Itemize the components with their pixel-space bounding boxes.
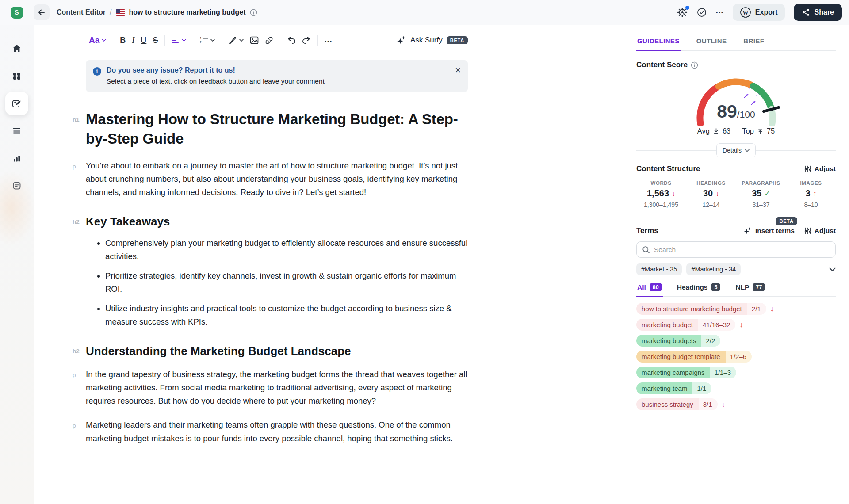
trend-down-icon: ↓	[715, 190, 719, 198]
trend-down-icon: ↓	[672, 190, 675, 198]
chevron-down-icon	[745, 149, 750, 152]
block-tag-p: p	[73, 370, 76, 380]
term-chip[interactable]: marketing budget41/16–32	[636, 319, 735, 331]
app-logo[interactable]: S	[11, 7, 23, 19]
strikethrough-button[interactable]: S	[149, 33, 161, 48]
content-score-info-icon[interactable]	[691, 61, 698, 69]
export-button[interactable]: W Export	[733, 4, 785, 21]
bullet-item[interactable]: Prioritize strategies, identify key chan…	[105, 269, 468, 296]
undo-button[interactable]	[284, 34, 299, 47]
check-circle-icon	[696, 7, 707, 18]
lines-icon	[11, 126, 22, 136]
align-dropdown[interactable]	[168, 34, 189, 46]
hash-chips-row: #Market - 35 #Marketing - 34	[636, 263, 836, 275]
italic-button[interactable]: I	[129, 33, 138, 48]
term-row: business strategy3/1 ↓	[636, 398, 836, 410]
image-icon	[250, 36, 259, 44]
term-row: how to structure marketing budget2/1 ↓	[636, 303, 836, 315]
align-left-icon	[172, 37, 180, 43]
top-label: Top	[742, 127, 754, 135]
stat-paragraphs[interactable]: PARAGRAPHS 35✓ 31–37	[736, 179, 786, 211]
toolbar-divider	[280, 35, 280, 46]
bold-button[interactable]: B	[117, 33, 129, 48]
sliders-icon	[804, 165, 811, 172]
content-score-gauge: 89/100	[688, 72, 785, 126]
panel-tabs: GUIDELINES OUTLINE BRIEF	[636, 25, 836, 51]
banner-title: Do you see any issue? Report it to us!	[107, 66, 325, 74]
left-rail	[0, 25, 34, 504]
term-chip[interactable]: marketing campaigns1/1–3	[636, 367, 736, 378]
sidebar-item-notes[interactable]	[5, 174, 28, 197]
term-chip[interactable]: marketing budgets2/2	[636, 335, 720, 347]
share-label: Share	[815, 8, 834, 16]
chevron-down-icon	[102, 39, 106, 42]
hash-chip[interactable]: #Marketing - 34	[686, 263, 741, 275]
banner-close-button[interactable]: ×	[455, 65, 461, 75]
back-button[interactable]	[34, 4, 50, 20]
stat-images[interactable]: IMAGES 3↑ 8–10	[786, 179, 836, 211]
details-button[interactable]: Details	[716, 143, 756, 157]
export-label: Export	[755, 8, 778, 16]
checks-button[interactable]	[696, 7, 707, 18]
sidebar-item-home[interactable]	[5, 37, 28, 60]
sparkles-icon	[744, 227, 752, 235]
bullet-item[interactable]: Comprehensively plan your marketing budg…	[105, 237, 468, 263]
toolbar-more-button[interactable]: •••	[321, 34, 336, 46]
insert-image-button[interactable]	[247, 34, 262, 47]
filter-tab-all[interactable]: All 80	[636, 282, 663, 296]
hash-chip[interactable]: #Market - 35	[636, 263, 682, 275]
underline-button[interactable]: U	[138, 33, 149, 48]
list-dropdown[interactable]: 12	[197, 34, 218, 46]
sparkles-icon	[397, 35, 406, 45]
insert-link-button[interactable]	[262, 34, 276, 47]
term-row: marketing budgets2/2	[636, 335, 836, 347]
adjust-label: Adjust	[815, 165, 836, 173]
terms-adjust-button[interactable]: Adjust	[804, 227, 836, 235]
text-style-label: Aa	[89, 35, 99, 45]
stat-headings[interactable]: HEADINGS 30↓ 12–14	[686, 179, 736, 211]
avg-label: Avg	[697, 127, 710, 135]
auto-optimize-button[interactable]	[677, 7, 688, 18]
doc-bullet-list[interactable]: Comprehensively plan your marketing budg…	[86, 237, 468, 328]
tab-guidelines[interactable]: GUIDELINES	[636, 34, 681, 50]
more-menu-button[interactable]: •••	[716, 10, 724, 15]
block-tag-h2: h2	[73, 348, 80, 355]
sidebar-item-dashboard[interactable]	[5, 65, 28, 88]
doc-paragraph: p You’re about to embark on a journey to…	[86, 159, 468, 199]
sidebar-item-content-editor[interactable]	[5, 92, 28, 115]
bar-chart-icon	[11, 153, 22, 164]
highlight-dropdown[interactable]	[226, 34, 247, 47]
guidelines-panel: GUIDELINES OUTLINE BRIEF Content Score	[627, 25, 849, 504]
insert-terms-button[interactable]: BETA Insert terms	[744, 227, 795, 235]
filter-tab-headings[interactable]: Headings 5	[676, 282, 722, 296]
tab-brief[interactable]: BRIEF	[742, 34, 765, 50]
title-info-icon[interactable]	[250, 9, 257, 16]
sidebar-item-analytics[interactable]	[5, 147, 28, 170]
ask-surfy-button[interactable]: Ask Surfy BETA	[397, 35, 468, 45]
collapse-chips-button[interactable]	[829, 267, 836, 271]
svg-text:1: 1	[200, 37, 202, 40]
term-row: marketing team1/1	[636, 382, 836, 394]
bullet-item[interactable]: Utilize industry insights and practical …	[105, 302, 468, 328]
sidebar-item-documents[interactable]	[5, 119, 28, 142]
filter-tab-nlp[interactable]: NLP 77	[734, 282, 766, 296]
document-title[interactable]: how to structure marketing budget	[129, 8, 246, 16]
search-input[interactable]	[654, 246, 830, 254]
stat-words[interactable]: WORDS 1,563↓ 1,300–1,495	[636, 179, 686, 211]
share-button[interactable]: Share	[794, 4, 842, 21]
terms-title: Terms	[636, 226, 658, 235]
structure-adjust-button[interactable]: Adjust	[804, 165, 836, 173]
redo-button[interactable]	[299, 34, 314, 47]
top-value: 75	[767, 127, 775, 135]
chevron-down-icon	[239, 39, 244, 42]
document-body[interactable]: h1 Mastering How to Structure Marketing …	[86, 110, 468, 463]
text-style-dropdown[interactable]: Aa	[86, 33, 109, 48]
toolbar-divider	[164, 35, 165, 46]
term-row: marketing budget template1/2–6	[636, 351, 836, 363]
term-chip[interactable]: marketing team1/1	[636, 382, 711, 394]
term-chip[interactable]: business strategy3/1	[636, 398, 718, 410]
tab-outline[interactable]: OUTLINE	[696, 34, 728, 50]
breadcrumb-app[interactable]: Content Editor	[57, 8, 106, 16]
term-chip[interactable]: marketing budget template1/2–6	[636, 351, 752, 363]
term-chip[interactable]: how to structure marketing budget2/1	[636, 303, 766, 315]
